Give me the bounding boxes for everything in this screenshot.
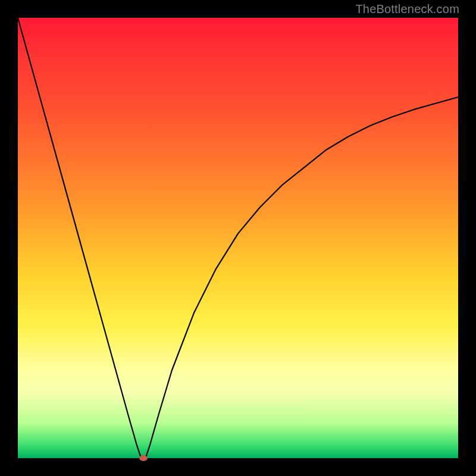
- bottleneck-marker: [139, 455, 148, 461]
- plot-area: [18, 18, 458, 458]
- bottleneck-curve: [18, 18, 458, 458]
- curve-svg: [18, 18, 458, 458]
- watermark-text: TheBottleneck.com: [355, 2, 459, 16]
- chart-frame: TheBottleneck.com: [0, 0, 476, 476]
